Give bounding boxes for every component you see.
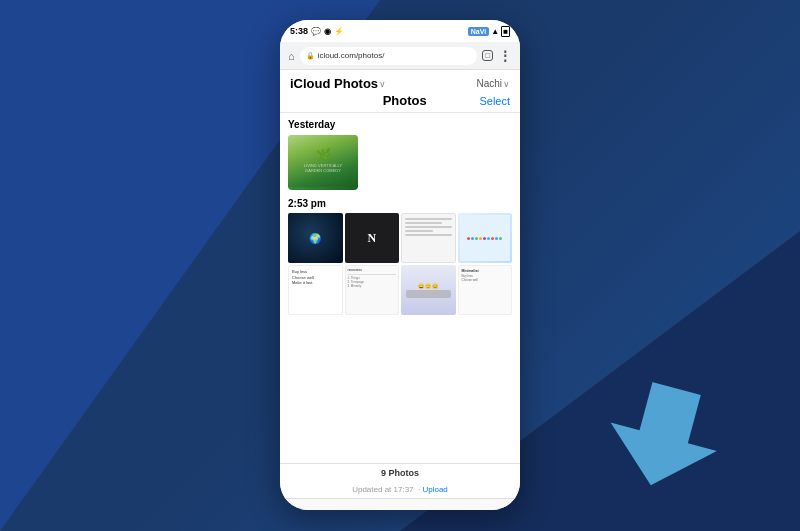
photo-thumb-dark[interactable]: 🌍 bbox=[288, 213, 343, 263]
photo-thumb-lightdoc[interactable]: Buy lessChoose wellMake it last. bbox=[288, 265, 343, 315]
user-profile[interactable]: Nachi ∨ bbox=[476, 78, 510, 89]
photos-tab-icon: 🖼 bbox=[310, 509, 324, 511]
bottom-tabs: 🖼 Photos ☁ iCloud Links 📁 Albums bbox=[280, 498, 520, 510]
update-info: Updated at 17:37 · Upload bbox=[288, 478, 512, 496]
updated-text: Updated at 17:37 bbox=[352, 485, 413, 494]
photo-thumb-notion[interactable]: N bbox=[345, 213, 400, 263]
tab-icloud-links[interactable]: ☁ iCloud Links bbox=[380, 509, 418, 511]
icloud-links-tab-icon: ☁ bbox=[392, 509, 406, 511]
home-icon[interactable]: ⌂ bbox=[288, 50, 295, 62]
photo-thumb-screenshot[interactable]: Minimalist Buy lessChoose well bbox=[458, 265, 513, 315]
photos-footer: 9 Photos Updated at 17:37 · Upload bbox=[280, 463, 520, 498]
url-bar[interactable]: 🔒 icloud.com/photos/ bbox=[300, 47, 478, 65]
navi-badge: NaVi bbox=[468, 27, 489, 36]
phone-frame: 5:38 💬 ◉ ⚡ NaVi ▲ ■ ⌂ 🔒 icloud.com/photo… bbox=[280, 20, 520, 510]
battery-icon: ■ bbox=[501, 26, 510, 37]
browser-bar: ⌂ 🔒 icloud.com/photos/ □ ⋮ bbox=[280, 42, 520, 70]
page-title: Photos bbox=[330, 93, 479, 108]
title-chevron: ∨ bbox=[379, 79, 386, 89]
section-yesterday: Yesterday bbox=[288, 119, 512, 130]
app-header-bottom: Photos Select bbox=[290, 93, 510, 108]
bluetooth-icon: ⚡ bbox=[334, 27, 344, 36]
yesterday-photos: 🌿 LIVING VERTICALLYGARDEN COMEDY bbox=[288, 135, 512, 190]
chat-icon: 💬 bbox=[311, 27, 321, 36]
status-icons: NaVi ▲ ■ bbox=[468, 26, 510, 37]
photo-thumb-doc1[interactable] bbox=[401, 213, 456, 263]
photos-count-text: 9 Photos bbox=[288, 468, 512, 478]
photo-thumb-blue-dots[interactable] bbox=[458, 213, 513, 263]
tab-switcher-icon[interactable]: □ bbox=[482, 50, 493, 61]
section-253pm: 2:53 pm bbox=[288, 198, 512, 209]
photo-thumb-plant[interactable]: 🌿 LIVING VERTICALLYGARDEN COMEDY bbox=[288, 135, 358, 190]
app-header-top: iCloud Photos ∨ Nachi ∨ bbox=[290, 76, 510, 91]
lock-icon: 🔒 bbox=[306, 52, 315, 60]
tab-photos[interactable]: 🖼 Photos bbox=[306, 509, 328, 511]
status-time: 5:38 💬 ◉ ⚡ bbox=[290, 26, 344, 36]
app-header: iCloud Photos ∨ Nachi ∨ Photos Select bbox=[280, 70, 520, 113]
photo-grid-row1: 🌍 N bbox=[288, 213, 512, 263]
user-name-text: Nachi bbox=[476, 78, 502, 89]
albums-tab-icon: 📁 bbox=[474, 509, 491, 511]
more-menu-icon[interactable]: ⋮ bbox=[498, 48, 512, 64]
arrow-indicator bbox=[610, 377, 720, 491]
photo-grid-row2: Buy lessChoose wellMake it last. resourc… bbox=[288, 265, 512, 315]
tab-albums[interactable]: 📁 Albums bbox=[471, 509, 494, 511]
icloud-title-text: iCloud Photos bbox=[290, 76, 378, 91]
icloud-photos-title[interactable]: iCloud Photos ∨ bbox=[290, 76, 386, 91]
photo-thumb-emoji[interactable]: 😀🙂😊 bbox=[401, 265, 456, 315]
status-bar: 5:38 💬 ◉ ⚡ NaVi ▲ ■ bbox=[280, 20, 520, 42]
photo-thumb-doc2[interactable]: resources 1. Things2. Timepage3. Minarit… bbox=[345, 265, 400, 315]
user-chevron: ∨ bbox=[503, 79, 510, 89]
time-display: 5:38 bbox=[290, 26, 308, 36]
signal-icon: ▲ bbox=[491, 27, 499, 36]
svg-marker-0 bbox=[610, 377, 720, 487]
url-text: icloud.com/photos/ bbox=[318, 51, 385, 60]
photos-content: Yesterday 🌿 LIVING VERTICALLYGARDEN COME… bbox=[280, 113, 520, 463]
select-button[interactable]: Select bbox=[479, 95, 510, 107]
wifi-icon: ◉ bbox=[324, 27, 331, 36]
upload-link[interactable]: Upload bbox=[422, 485, 447, 494]
